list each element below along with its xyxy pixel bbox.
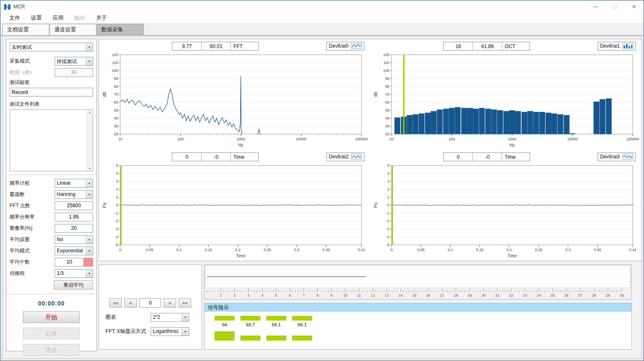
scroll-down-icon[interactable]: ▼ (88, 167, 91, 170)
signal-level-row1: 94 66.7 66.1 66.1 (215, 316, 631, 327)
time3-channel-select[interactable]: Dev6/ai3 (598, 153, 636, 161)
octave-chart-panel: 16 41.86 OCT Dev6/ai1 (370, 39, 641, 150)
time-chart-ai2[interactable]: -5-4-3-2-101234500.050.10.150.20.250.30.… (101, 162, 368, 259)
scroll-up-icon[interactable]: ▲ (88, 111, 91, 114)
fft-channel-label: Dev6/ai0 (329, 43, 349, 49)
svg-text:29: 29 (606, 293, 610, 297)
svg-text:19: 19 (467, 293, 472, 297)
freq-weighting-value: Linear (55, 179, 86, 187)
start-button[interactable]: 开始 (23, 311, 80, 323)
fft-channel-select[interactable]: Dev6/ai0 (326, 42, 364, 51)
overlap-input[interactable] (55, 224, 93, 233)
acq-mode-select[interactable]: 持续测试 ▼ (55, 57, 93, 66)
average-mode-select[interactable]: Exponential ▼ (55, 247, 93, 255)
svg-text:0.15: 0.15 (476, 248, 484, 252)
first-page-button[interactable]: << (109, 298, 122, 308)
time-seconds-input (55, 68, 93, 77)
acq-mode-label: 采集模式 (10, 58, 30, 65)
svg-text:100: 100 (383, 69, 389, 73)
charts-grid: 9.77 60.01 FFT Dev6/ai0 (98, 39, 642, 261)
signal-level-bar (240, 316, 260, 320)
chevron-down-icon[interactable]: ▼ (86, 57, 93, 65)
menu-apply[interactable]: 应用 (47, 13, 69, 23)
chart-layout-select[interactable]: 2*2 ▼ (151, 313, 189, 322)
window-function-select[interactable]: Hanning ▼ (55, 190, 93, 199)
svg-text:10000: 10000 (296, 137, 306, 141)
average-setting-select[interactable]: No ▼ (55, 235, 93, 244)
test-file-list[interactable]: ▲ ▼ (10, 109, 93, 171)
restart-average-button[interactable]: 重启平均 (54, 280, 93, 290)
signal-meter-ch2: 66.7 (240, 316, 260, 327)
svg-text:0.2: 0.2 (235, 248, 241, 252)
fft-xaxis-mode-select[interactable]: Logarithmic ▼ (151, 327, 189, 336)
chevron-down-icon[interactable]: ▼ (86, 269, 93, 277)
svg-text:16: 16 (426, 293, 430, 297)
chevron-down-icon[interactable]: ▼ (182, 313, 189, 321)
chevron-down-icon[interactable]: ▼ (86, 191, 93, 198)
average-count-input[interactable] (55, 258, 84, 267)
svg-text:dB: dB (102, 92, 107, 97)
next-page-button[interactable]: > (164, 298, 176, 308)
freq-resolution-input[interactable] (55, 213, 93, 221)
chevron-down-icon[interactable]: ▼ (86, 236, 93, 244)
chevron-down-icon[interactable]: ▼ (86, 43, 93, 51)
chevron-down-icon[interactable]: ▼ (86, 247, 93, 255)
svg-text:40: 40 (385, 116, 389, 120)
time2-channel-select[interactable]: Dev6/ai2 (326, 153, 364, 161)
chevron-down-icon[interactable]: ▼ (182, 328, 189, 336)
average-mode-label: 平均模式 (10, 247, 30, 254)
time-chart-ai3[interactable]: -5-4-3-2-101234500.050.10.150.20.250.30.… (372, 162, 639, 259)
fft-cursor-x-value: 9.77 (172, 42, 202, 50)
fft-points-input[interactable] (55, 201, 93, 210)
time2-channel-label: Dev6/ai2 (329, 154, 349, 160)
svg-text:1000: 1000 (508, 137, 516, 141)
fft-chart[interactable]: 2030405060708090100110120101001000100001… (101, 51, 368, 148)
svg-text:50: 50 (114, 108, 118, 112)
svg-text:0.05: 0.05 (417, 248, 425, 252)
svg-text:3: 3 (116, 179, 118, 183)
svg-text:-3: -3 (115, 227, 118, 231)
maximize-button[interactable]: ☐ (605, 0, 624, 13)
menu-about[interactable]: 关于 (91, 13, 112, 23)
svg-text:100: 100 (112, 69, 118, 73)
octave-value: 1/3 (55, 269, 86, 277)
svg-text:10000: 10000 (567, 137, 578, 141)
svg-text:-4: -4 (115, 235, 118, 239)
octave-select[interactable]: 1/3 ▼ (55, 269, 93, 278)
tab-data-acquisition[interactable]: 数据采集 (97, 24, 144, 35)
tab-document-settings[interactable]: 文档设置 (3, 24, 49, 35)
oct-channel-select[interactable]: Dev6/ai1 (598, 42, 636, 51)
app-window: MCR — ☐ ✕ 文件 设置 应用 输出 关于 文档设置 通道设置 数据采集 … (0, 0, 644, 361)
test-mode-select[interactable]: 实时测试 ▼ (10, 43, 93, 51)
minimize-button[interactable]: — (586, 0, 605, 13)
test-tag-input[interactable] (10, 88, 93, 97)
octave-chart[interactable]: 2030405060708090100110120101001000100001… (372, 51, 639, 148)
menu-file[interactable]: 文件 (4, 13, 25, 23)
tab-channel-settings[interactable]: 通道设置 (50, 24, 96, 35)
chevron-down-icon[interactable]: ▼ (86, 179, 93, 187)
svg-text:0.41: 0.41 (629, 248, 636, 252)
time3-readout-box: 0 -0 Time (443, 153, 530, 161)
page-number-input[interactable] (139, 298, 161, 308)
signal-indication-panel: 信号指示 94 66.7 66.1 (204, 303, 632, 350)
freq-weighting-select[interactable]: Linear ▼ (55, 179, 93, 188)
svg-text:11: 11 (357, 293, 361, 297)
svg-text:10: 10 (389, 137, 394, 141)
svg-text:0.1: 0.1 (448, 248, 453, 252)
svg-text:70: 70 (114, 92, 118, 97)
average-status-indicator (84, 258, 93, 267)
window-title: MCR (13, 4, 25, 10)
prev-page-button[interactable]: < (124, 298, 137, 308)
window-function-value: Hanning (55, 191, 86, 198)
svg-text:1000: 1000 (237, 137, 245, 141)
svg-text:0: 0 (119, 248, 121, 252)
timeline-ruler[interactable]: 1234567891011121314151617181920212223242… (205, 265, 631, 298)
menu-settings[interactable]: 设置 (25, 13, 47, 23)
fft-points-label: FFT 点数 (10, 202, 30, 209)
close-button[interactable]: ✕ (624, 0, 644, 13)
last-page-button[interactable]: >> (179, 298, 191, 308)
svg-text:30: 30 (620, 293, 624, 297)
bar-chart-icon (622, 43, 633, 49)
file-list-scrollbar[interactable]: ▲ ▼ (86, 110, 93, 171)
chart-layout-value: 2*2 (151, 313, 182, 321)
